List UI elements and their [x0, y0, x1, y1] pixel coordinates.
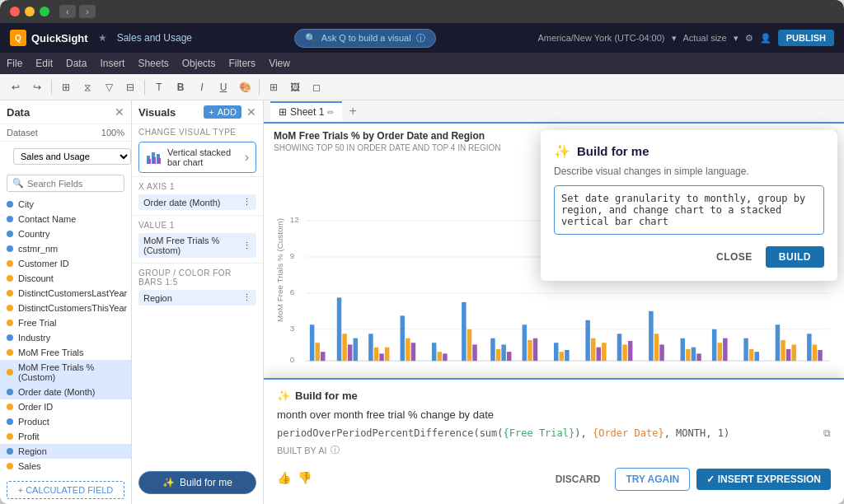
shapes-icon[interactable]: ◻ — [307, 78, 326, 96]
field-item-cstmr[interactable]: cstmr_nm — [0, 241, 131, 256]
sparkle-icon: ✨ — [162, 477, 175, 488]
calculated-field-button[interactable]: + CALCULATED FIELD — [7, 481, 124, 499]
build-for-me-button[interactable]: ✨ Build for me — [138, 471, 256, 494]
data-panel-close-icon[interactable]: ✕ — [115, 105, 124, 119]
bar-16-neg — [791, 344, 795, 361]
image-icon[interactable]: 🖼 — [286, 78, 304, 96]
window-chrome: ‹ › Q QuickSight ★ Sales and Usage 🔍 Ask… — [0, 0, 844, 504]
field-item-order-date[interactable]: Order date (Month) — [0, 385, 131, 399]
try-again-button[interactable]: TRY AGAIN — [615, 468, 690, 491]
bold-icon[interactable]: B — [171, 78, 190, 96]
ask-q-button[interactable]: 🔍 Ask Q to build a visual ⓘ — [294, 29, 436, 48]
qs-logo-icon: Q — [10, 30, 26, 46]
bar-9-neg — [565, 350, 569, 361]
thumbs-down-button[interactable]: 👎 — [298, 471, 312, 484]
field-item-customer-id[interactable]: Customer ID — [0, 256, 131, 271]
build-for-me-label: Build for me — [180, 477, 232, 488]
minimize-traffic-light[interactable] — [25, 7, 35, 16]
bar-10-purple — [597, 348, 601, 361]
close-traffic-light[interactable] — [10, 7, 20, 16]
settings-icon[interactable]: ⚙ — [745, 33, 753, 44]
field-item-product[interactable]: Product — [0, 414, 131, 429]
funnel-icon[interactable]: ▽ — [100, 78, 118, 96]
breadcrumb-link[interactable]: Sales and Usage — [117, 32, 192, 44]
bfm-feedback: 👍 👎 DISCARD TRY AGAIN ✓ INSERT EXPRESSIO… — [277, 464, 831, 491]
menu-insert[interactable]: Insert — [100, 58, 124, 69]
field-item-dist-this[interactable]: DistinctCustomersThisYear — [0, 301, 131, 315]
toolbar-sep-1 — [51, 80, 52, 95]
field-item-city[interactable]: City — [0, 197, 131, 212]
build-for-me-dialog: ✨ Build for me month over month free tri… — [264, 378, 844, 504]
ask-q-info-icon: ⓘ — [416, 32, 425, 44]
filter-icon[interactable]: ⧖ — [78, 78, 96, 96]
actual-size-label[interactable]: Actual size — [683, 33, 727, 43]
bar-1-blue — [310, 324, 314, 361]
data-panel-header: Data ✕ — [0, 100, 131, 124]
layout-icon[interactable]: ⊟ — [121, 78, 139, 96]
group-field[interactable]: Region ⋮ — [138, 290, 256, 306]
insert-expression-button[interactable]: ✓ INSERT EXPRESSION — [696, 469, 831, 490]
group-field-menu-icon[interactable]: ⋮ — [242, 292, 251, 303]
visual-type-item[interactable]: Vertical stacked bar chart › — [138, 142, 256, 173]
x-axis-field[interactable]: Order date (Month) ⋮ — [138, 194, 256, 210]
text-icon[interactable]: T — [150, 78, 168, 96]
fullscreen-traffic-light[interactable] — [40, 7, 49, 16]
bar-10-blue — [585, 320, 589, 361]
field-item-sales[interactable]: Sales — [0, 459, 131, 474]
popup-textarea[interactable] — [554, 185, 824, 235]
field-dot-order-id — [7, 404, 13, 410]
dataset-select[interactable]: Sales and Usage — [13, 148, 131, 165]
bar-11-orange — [622, 344, 626, 361]
add-sheet-button[interactable]: + — [345, 104, 359, 119]
discard-button[interactable]: DISCARD — [547, 469, 609, 490]
field-item-industry[interactable]: Industry — [0, 330, 131, 345]
menu-view[interactable]: View — [269, 58, 290, 69]
field-item-order-id[interactable]: Order ID — [0, 399, 131, 414]
back-button[interactable]: ‹ — [59, 5, 76, 18]
publish-button[interactable]: PUBLISH — [778, 30, 834, 46]
field-item-free-trial[interactable]: Free Trial — [0, 315, 131, 330]
popup-build-button[interactable]: BUILD — [766, 246, 824, 268]
field-dot-profit — [7, 433, 13, 440]
search-input[interactable] — [27, 179, 119, 189]
italic-icon[interactable]: I — [193, 78, 211, 96]
field-item-dist-last[interactable]: DistinctCustomersLastYear — [0, 286, 131, 301]
bar-2-neg-blue — [354, 338, 358, 361]
menu-edit[interactable]: Edit — [35, 58, 53, 69]
table-icon[interactable]: ⊞ — [57, 78, 75, 96]
account-icon[interactable]: 👤 — [760, 33, 771, 44]
popup-close-button[interactable]: CLOSE — [710, 246, 759, 268]
redo-icon[interactable]: ↪ — [28, 78, 46, 96]
field-item-mom-custom[interactable]: MoM Free Trials % (Custom) — [0, 360, 131, 385]
field-item-mom[interactable]: MoM Free Trials — [0, 345, 131, 360]
underline-icon[interactable]: U — [214, 78, 232, 96]
field-item-region[interactable]: Region — [0, 444, 131, 459]
copy-icon[interactable]: ⧉ — [823, 427, 831, 439]
menu-objects[interactable]: Objects — [182, 58, 216, 69]
visuals-panel-close-icon[interactable]: ✕ — [246, 105, 256, 119]
x-axis-field-menu-icon[interactable]: ⋮ — [242, 197, 251, 208]
value-field-menu-icon[interactable]: ⋮ — [242, 240, 251, 251]
value-label: VALUE 1 — [138, 221, 256, 230]
grid-icon[interactable]: ⊞ — [265, 78, 283, 96]
field-label-free-trial: Free Trial — [18, 318, 56, 328]
field-item-profit[interactable]: Profit — [0, 429, 131, 444]
undo-icon[interactable]: ↩ — [7, 78, 25, 96]
sheet-tab-1[interactable]: ⊞ Sheet 1 ✏ — [270, 101, 342, 121]
thumbs-up-button[interactable]: 👍 — [277, 471, 291, 484]
color-icon[interactable]: 🎨 — [236, 78, 254, 96]
menu-filters[interactable]: Filters — [228, 58, 256, 69]
add-visual-button[interactable]: + ADD — [204, 105, 241, 119]
field-item-discount[interactable]: Discount — [0, 271, 131, 286]
value-field[interactable]: MoM Free Trials % (Custom) ⋮ — [138, 233, 256, 258]
menu-file[interactable]: File — [7, 58, 22, 69]
bar-14-neg — [723, 338, 727, 361]
bar-13-blue — [681, 338, 685, 361]
search-box: 🔍 — [7, 175, 124, 192]
menu-sheets[interactable]: Sheets — [138, 58, 168, 69]
field-item-country[interactable]: Country — [0, 226, 131, 241]
field-dot-sales — [7, 463, 13, 469]
menu-data[interactable]: Data — [66, 58, 87, 69]
forward-button[interactable]: › — [79, 5, 96, 18]
field-item-contact[interactable]: Contact Name — [0, 212, 131, 226]
